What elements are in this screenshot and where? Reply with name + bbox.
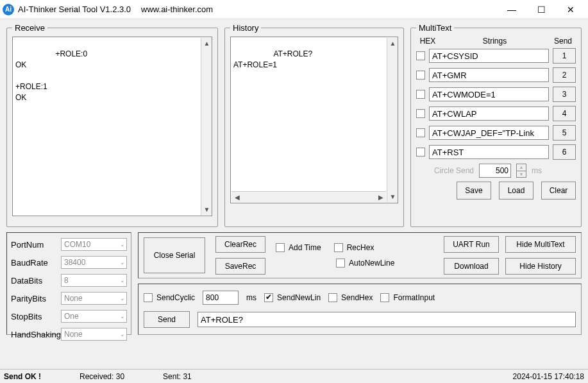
scrollbar-vertical[interactable]: ▲ ▼ [387,38,398,202]
multitext-send-button[interactable]: 5 [553,125,576,140]
chevron-down-icon: ⌄ [120,313,125,319]
save-rec-button[interactable]: SaveRec [215,258,265,275]
format-input-checkbox[interactable]: FormatInput [380,293,435,302]
stopbits-combo[interactable]: One⌄ [61,310,127,323]
multitext-row: 1 [416,48,576,64]
history-legend: History [230,23,261,33]
multitext-row: 6 [416,144,576,160]
minimize-button[interactable]: — [497,0,526,19]
multitext-clear-button[interactable]: Clear [541,182,576,200]
portnum-combo[interactable]: COM10⌄ [61,238,127,251]
multitext-string-input[interactable] [429,106,549,121]
scrollbar-vertical[interactable]: ▲ ▼ [201,38,212,215]
send-cyclic-checkbox[interactable]: SendCyclic [144,293,195,302]
handshaking-combo[interactable]: None⌄ [61,328,127,341]
receive-textarea[interactable]: +ROLE:0 OK +ROLE:1 OK ▲ ▼ [12,37,212,216]
multitext-hex-checkbox[interactable] [416,109,425,118]
scroll-right-icon[interactable]: ▶ [375,192,386,203]
multitext-header: HEX Strings Send [416,37,576,46]
send-button[interactable]: Send [144,311,190,328]
multitext-send-button[interactable]: 1 [553,48,576,64]
scroll-up-icon[interactable]: ▲ [201,38,212,49]
download-button[interactable]: Download [444,258,499,275]
scrollbar-horizontal[interactable]: ◀ ▶ [231,191,386,202]
close-serial-button[interactable]: Close Serial [144,237,205,273]
command-input[interactable] [197,312,576,327]
databits-combo[interactable]: 8⌄ [61,274,127,287]
window-url: www.ai-thinker.com [141,4,213,14]
multitext-load-button[interactable]: Load [499,182,533,200]
send-panel: SendCyclic ms SendNewLin SendHex FormatI… [138,284,582,335]
multitext-hex-checkbox[interactable] [416,128,425,137]
multitext-string-input[interactable] [429,87,549,101]
scroll-down-icon[interactable]: ▼ [387,191,398,202]
paritybits-combo[interactable]: None⌄ [61,292,127,305]
maximize-button[interactable]: ☐ [526,0,556,19]
hide-multitext-button[interactable]: Hide MultiText [505,236,576,253]
multitext-send-button[interactable]: 4 [553,106,576,121]
multitext-hex-checkbox[interactable] [416,148,425,157]
auto-newline-checkbox[interactable]: AutoNewLine [336,259,394,268]
history-textarea[interactable]: AT+ROLE? AT+ROLE=1 ▲ ▼ ◀ ▶ [230,37,398,203]
app-icon: Ai [3,4,14,15]
multitext-row: 2 [416,67,576,83]
circle-send-row: Circle Send ▲▼ ms [429,164,576,178]
scroll-down-icon[interactable]: ▼ [201,204,212,215]
multitext-send-button[interactable]: 3 [553,87,576,102]
chevron-down-icon: ⌄ [120,241,125,248]
multitext-row: 3 [416,87,576,102]
status-bar: Send OK ! Received: 30 Sent: 31 2024-01-… [0,369,588,383]
serial-config: PortNumCOM10⌄ BaudRate38400⌄ DataBits8⌄ … [6,232,131,335]
hide-history-button[interactable]: Hide History [505,258,576,275]
receive-panel: Receive +ROLE:0 OK +ROLE:1 OK ▲ ▼ [6,23,218,227]
chevron-down-icon: ⌄ [120,277,125,284]
cyclic-ms-input[interactable] [203,291,239,305]
title-bar: Ai AI-Thinker Serial Tool V1.2.3.0 www.a… [0,0,588,19]
multitext-save-button[interactable]: Save [457,182,491,200]
multitext-string-input[interactable] [429,49,549,63]
multitext-string-input[interactable] [429,145,549,159]
scroll-up-icon[interactable]: ▲ [387,38,398,49]
multitext-send-button[interactable]: 6 [553,144,576,160]
multitext-hex-checkbox[interactable] [416,51,425,60]
uart-run-button[interactable]: UART Run [444,236,499,253]
baudrate-combo[interactable]: 38400⌄ [61,256,127,269]
chevron-down-icon: ⌄ [120,295,125,302]
status-time: 2024-01-15 17:40:18 [513,372,584,381]
scroll-left-icon[interactable]: ◀ [231,192,242,203]
multitext-string-input[interactable] [429,126,549,140]
rec-hex-checkbox[interactable]: RecHex [334,243,374,252]
window-title: AI-Thinker Serial Tool V1.2.3.0 [18,4,131,14]
send-hex-checkbox[interactable]: SendHex [328,293,373,302]
status-sent: Sent: 31 [163,372,192,381]
multitext-hex-checkbox[interactable] [416,90,425,99]
send-newline-checkbox[interactable]: SendNewLin [264,293,321,302]
circle-send-value[interactable] [479,164,511,178]
receive-legend: Receive [12,23,47,33]
status-received: Received: 30 [80,372,124,381]
close-button[interactable]: ✕ [556,0,585,19]
chevron-down-icon: ⌄ [120,259,125,266]
multitext-string-input[interactable] [429,68,549,82]
history-panel: History AT+ROLE? AT+ROLE=1 ▲ ▼ ◀ ▶ [224,23,404,227]
multitext-legend: MultiText [416,23,454,33]
multitext-panel: MultiText HEX Strings Send 123456 Circle… [410,23,582,227]
clear-rec-button[interactable]: ClearRec [215,236,265,253]
circle-send-spinner[interactable]: ▲▼ [516,164,526,178]
status-ok: Send OK ! [4,372,41,381]
add-time-checkbox[interactable]: Add Time [276,243,321,252]
multitext-hex-checkbox[interactable] [416,71,425,80]
chevron-down-icon: ⌄ [120,331,125,337]
multitext-row: 4 [416,106,576,121]
toolbar: Close Serial ClearRec SaveRec Add Time R… [138,232,582,278]
multitext-send-button[interactable]: 2 [553,67,576,83]
multitext-row: 5 [416,125,576,140]
